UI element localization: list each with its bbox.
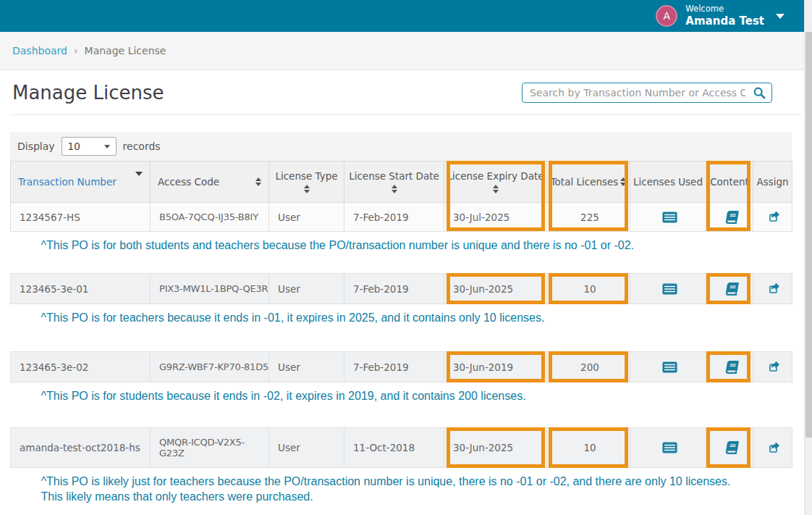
avatar-initial: A	[664, 10, 671, 22]
assign-button[interactable]	[766, 209, 782, 225]
annotation-row: ^This PO is for both students and teache…	[11, 232, 792, 274]
user-name: Amanda Test	[685, 14, 764, 28]
breadcrumb-dashboard-link[interactable]: Dashboard	[12, 45, 67, 56]
user-menu[interactable]: Welcome Amanda Test	[685, 4, 764, 28]
licenses-used-button[interactable]	[661, 282, 679, 296]
license-table: Transaction Number Access Code License T…	[10, 161, 792, 515]
scrollbar-thumb[interactable]	[805, 32, 812, 437]
search-input[interactable]	[522, 83, 772, 103]
sort-icon	[255, 177, 261, 186]
vertical-scrollbar[interactable]	[804, 0, 812, 515]
annotation-text: ^This PO is for both students and teache…	[41, 238, 732, 253]
book-icon	[724, 361, 739, 374]
cell-expiry-date: 30-Jun-2025	[444, 428, 547, 468]
annotation-text: ^This PO is for students because it ends…	[41, 388, 732, 403]
select-caret-icon	[104, 145, 110, 148]
table-row: 123465-3e-02 G9RZ-WBF7-KP70-81D5 User 7-…	[11, 352, 792, 382]
table-row: 123465-3e-01 PIX3-MW1L-1BPQ-QE3R User 7-…	[11, 274, 792, 304]
cell-expiry-date: 30-Jul-2025	[444, 203, 547, 232]
assign-button[interactable]	[766, 359, 782, 375]
avatar[interactable]: A	[656, 5, 677, 27]
list-card-icon	[662, 212, 677, 223]
list-card-icon	[662, 283, 677, 295]
annotation-row: ^This PO is likely just for teachers bec…	[11, 468, 792, 515]
list-card-icon	[662, 442, 677, 453]
assign-button[interactable]	[766, 280, 782, 297]
breadcrumb: Dashboard › Manage License	[0, 32, 812, 70]
cell-transaction: 123465-3e-01	[11, 274, 151, 304]
book-icon	[724, 282, 739, 296]
content-button[interactable]	[722, 359, 740, 375]
share-icon	[767, 360, 781, 374]
display-count-select[interactable]: 10	[62, 137, 117, 156]
cell-start-date: 11-Oct-2018	[344, 428, 444, 468]
sort-icon	[493, 185, 499, 193]
cell-start-date: 7-Feb-2019	[344, 352, 444, 382]
search-icon[interactable]	[753, 86, 766, 102]
header-license-start-date[interactable]: License Start Date	[344, 162, 444, 203]
assign-button[interactable]	[766, 440, 782, 456]
breadcrumb-separator: ›	[74, 45, 78, 56]
book-icon	[724, 441, 739, 454]
records-label: records	[123, 141, 161, 152]
share-icon	[767, 441, 781, 455]
page-title: Manage License	[12, 82, 164, 104]
header-licenses-used: Licenses Used	[630, 162, 706, 203]
share-icon	[767, 282, 781, 296]
cell-access-code: PIX3-MW1L-1BPQ-QE3R	[151, 274, 269, 304]
table-row: amanda-test-oct2018-hs QMQR-ICQD-V2X5-G2…	[11, 428, 792, 468]
share-icon	[767, 210, 781, 224]
cell-expiry-date: 30-Jun-2019	[444, 352, 547, 382]
cell-access-code: G9RZ-WBF7-KP70-81D5	[151, 352, 269, 382]
book-icon	[724, 211, 739, 224]
annotation-row: ^This PO is for students because it ends…	[11, 382, 792, 428]
cell-license-type: User	[269, 203, 344, 232]
header-total-licenses[interactable]: Total Licenses	[547, 162, 630, 203]
cell-total-licenses: 200	[547, 352, 630, 382]
sort-icon	[304, 185, 310, 193]
cell-start-date: 7-Feb-2019	[344, 203, 444, 232]
display-records-bar: Display 10 records	[10, 132, 792, 161]
breadcrumb-current: Manage License	[85, 45, 166, 56]
top-bar: A Welcome Amanda Test	[0, 0, 812, 32]
sort-icon	[620, 177, 626, 186]
display-count-value: 10	[68, 141, 80, 152]
welcome-label: Welcome	[685, 4, 764, 14]
search-box	[522, 83, 772, 103]
section-divider	[10, 114, 802, 115]
cell-license-type: User	[269, 274, 344, 304]
annotation-text: ^This PO is likely just for teachers bec…	[41, 474, 732, 504]
licenses-used-button[interactable]	[661, 440, 679, 455]
licenses-used-button[interactable]	[661, 360, 679, 374]
cell-access-code: B5OA-7QCQ-IJ35-B8IY	[151, 203, 269, 232]
cell-expiry-date: 30-Jun-2025	[444, 274, 547, 304]
cell-transaction: 123465-3e-02	[11, 352, 151, 382]
chevron-down-icon[interactable]	[776, 14, 784, 19]
cell-license-type: User	[269, 428, 344, 468]
title-row: Manage License	[0, 70, 812, 104]
header-content: Content	[706, 162, 753, 203]
annotation-text: ^This PO is for teachers because it ends…	[41, 310, 732, 325]
cell-total-licenses: 10	[547, 274, 630, 304]
header-license-expiry-date[interactable]: License Expiry Date	[444, 162, 547, 203]
table-header-row: Transaction Number Access Code License T…	[11, 162, 792, 203]
display-label: Display	[17, 141, 55, 152]
licenses-used-button[interactable]	[661, 210, 679, 225]
header-transaction-number[interactable]: Transaction Number	[11, 162, 151, 203]
manage-license-page: A Welcome Amanda Test Dashboard › Manage…	[0, 0, 812, 515]
content-button[interactable]	[722, 209, 740, 225]
sort-icon	[392, 185, 397, 193]
list-card-icon	[662, 361, 677, 373]
cell-license-type: User	[269, 352, 344, 382]
content-button[interactable]	[722, 281, 740, 297]
header-access-code[interactable]: Access Code	[151, 162, 269, 203]
sort-desc-icon	[135, 176, 143, 188]
license-table-wrap: Transaction Number Access Code License T…	[10, 161, 792, 515]
cell-total-licenses: 225	[547, 203, 630, 232]
cell-total-licenses: 10	[547, 428, 630, 468]
cell-transaction: 1234567-HS	[11, 203, 151, 232]
content-button[interactable]	[722, 440, 740, 456]
annotation-row: ^This PO is for teachers because it ends…	[11, 304, 792, 352]
cell-access-code: QMQR-ICQD-V2X5-G23Z	[151, 428, 269, 468]
header-license-type[interactable]: License Type	[269, 162, 344, 203]
